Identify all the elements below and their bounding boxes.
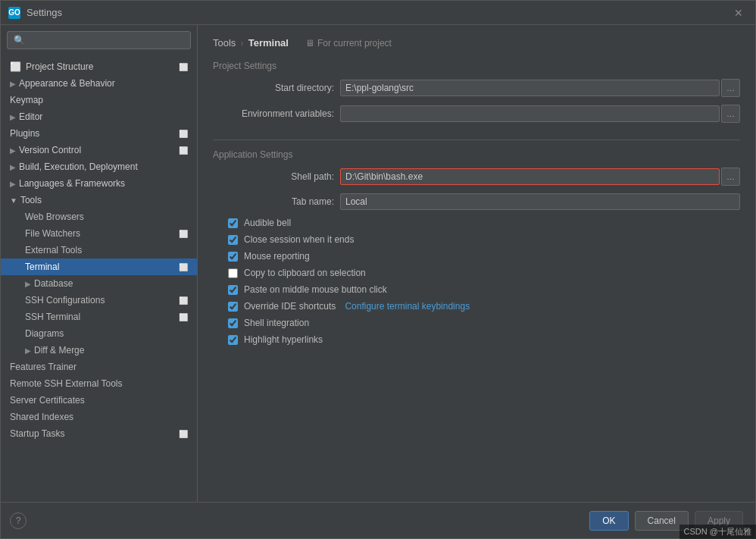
paste-middle-checkbox[interactable] [228, 285, 238, 295]
bottom-bar: ? OK Cancel Apply [1, 502, 755, 538]
ext-icon: ⬜ [179, 230, 188, 238]
start-directory-wrapper: … [340, 79, 740, 97]
title-bar: GO Settings ✕ [1, 1, 755, 25]
divider-1 [213, 139, 740, 140]
arrow-icon: ▶ [25, 280, 31, 288]
highlight-hyperlinks-checkbox[interactable] [228, 335, 238, 345]
sidebar-item-editor[interactable]: ▶ Editor [1, 108, 197, 125]
ext-icon: ⬜ [179, 263, 188, 271]
shell-integration-row: Shell integration [213, 318, 740, 328]
env-vars-label: Environment variables: [213, 108, 334, 119]
breadcrumb: Tools › Terminal 🖥 For current project [213, 37, 740, 49]
mouse-reporting-checkbox[interactable] [228, 252, 238, 262]
sidebar-item-version-control[interactable]: ▶ Version Control ⬜ [1, 142, 197, 158]
application-settings-label: Application Settings [213, 149, 740, 160]
sidebar: ⬜ Project Structure ⬜ ▶ Appearance & Beh… [1, 25, 198, 502]
for-project-indicator: 🖥 For current project [305, 38, 392, 49]
arrow-icon: ▶ [10, 163, 16, 171]
mouse-reporting-label: Mouse reporting [244, 251, 310, 262]
monitor-icon: 🖥 [305, 38, 314, 49]
nav-tree: ⬜ Project Structure ⬜ ▶ Appearance & Beh… [1, 55, 197, 502]
sidebar-item-shared-indexes[interactable]: Shared Indexes [1, 409, 197, 425]
env-vars-browse[interactable]: … [721, 105, 740, 123]
env-vars-input[interactable] [340, 105, 720, 122]
shell-path-browse[interactable]: … [721, 168, 740, 186]
arrow-icon: ▶ [10, 180, 16, 188]
override-ide-row: Override IDE shortcuts Configure termina… [213, 301, 740, 312]
dialog-body: ⬜ Project Structure ⬜ ▶ Appearance & Beh… [1, 25, 755, 502]
sidebar-item-appearance-behavior[interactable]: ▶ Appearance & Behavior [1, 75, 197, 92]
shell-integration-checkbox[interactable] [228, 318, 238, 328]
sidebar-item-diagrams[interactable]: Diagrams [1, 325, 197, 342]
shell-integration-label: Shell integration [244, 318, 309, 328]
ext-icon: ⬜ [179, 146, 188, 155]
highlight-hyperlinks-label: Highlight hyperlinks [244, 334, 323, 345]
start-directory-input[interactable] [340, 80, 720, 96]
mouse-reporting-row: Mouse reporting [213, 251, 740, 262]
sidebar-item-ssh-configurations[interactable]: SSH Configurations ⬜ [1, 292, 197, 309]
ext-icon: ⬜ [179, 130, 188, 138]
tab-name-label: Tab name: [213, 196, 334, 207]
sidebar-item-remote-ssh[interactable]: Remote SSH External Tools [1, 375, 197, 392]
breadcrumb-current: Terminal [248, 37, 289, 49]
app-icon: GO [8, 7, 20, 19]
shell-path-input[interactable] [340, 168, 720, 185]
arrow-icon: ▼ [10, 196, 17, 205]
dialog-title: Settings [27, 7, 729, 18]
sidebar-item-languages-frameworks[interactable]: ▶ Languages & Frameworks [1, 175, 197, 192]
sidebar-item-build-execution[interactable]: ▶ Build, Execution, Deployment [1, 158, 197, 175]
arrow-icon: ▶ [25, 346, 31, 355]
sidebar-item-ssh-terminal[interactable]: SSH Terminal ⬜ [1, 309, 197, 325]
ext-icon: ⬜ [179, 296, 188, 305]
main-content: Tools › Terminal 🖥 For current project P… [198, 25, 755, 502]
arrow-icon: ▶ [10, 146, 16, 155]
sidebar-item-database[interactable]: ▶ Database [1, 275, 197, 292]
ext-icon: ⬜ [179, 313, 188, 321]
sidebar-item-external-tools[interactable]: External Tools [1, 242, 197, 259]
paste-middle-label: Paste on middle mouse button click [244, 284, 387, 295]
sidebar-item-project-structure[interactable]: ⬜ Project Structure ⬜ [1, 58, 197, 75]
configure-keybindings-link[interactable]: Configure terminal keybindings [345, 301, 470, 312]
ok-button[interactable]: OK [589, 511, 628, 531]
override-ide-label: Override IDE shortcuts [244, 301, 336, 312]
shell-path-label: Shell path: [213, 171, 334, 182]
start-directory-browse[interactable]: … [721, 79, 740, 97]
close-session-row: Close session when it ends [213, 234, 740, 245]
close-button[interactable]: ✕ [729, 4, 748, 22]
audible-bell-row: Audible bell [213, 218, 740, 228]
copy-clipboard-checkbox[interactable] [228, 268, 238, 278]
tab-name-input[interactable] [340, 193, 740, 210]
start-directory-label: Start directory: [213, 83, 334, 93]
arrow-icon: ▶ [10, 80, 16, 88]
sidebar-item-keymap[interactable]: Keymap [1, 92, 197, 108]
project-structure-icon: ⬜ [10, 61, 21, 72]
breadcrumb-separator: › [240, 37, 243, 49]
project-settings-label: Project Settings [213, 61, 740, 71]
sidebar-item-diff-merge[interactable]: ▶ Diff & Merge [1, 342, 197, 359]
override-ide-checkbox[interactable] [228, 302, 238, 312]
start-directory-row: Start directory: … [213, 79, 740, 97]
ext-icon: ⬜ [179, 63, 188, 71]
audible-bell-label: Audible bell [244, 218, 291, 228]
sidebar-item-startup-tasks[interactable]: Startup Tasks ⬜ [1, 425, 197, 442]
env-vars-wrapper: … [340, 105, 740, 123]
audible-bell-checkbox[interactable] [228, 218, 238, 228]
sidebar-item-file-watchers[interactable]: File Watchers ⬜ [1, 225, 197, 242]
sidebar-item-server-certificates[interactable]: Server Certificates [1, 392, 197, 409]
settings-dialog: GO Settings ✕ ⬜ Project Structure ⬜ ▶ Ap… [0, 0, 756, 539]
close-session-checkbox[interactable] [228, 235, 238, 245]
search-input[interactable] [14, 35, 184, 45]
watermark: CSDN @十尾仙雅 [679, 525, 756, 539]
copy-clipboard-label: Copy to clipboard on selection [244, 268, 366, 278]
close-session-label: Close session when it ends [244, 234, 354, 245]
sidebar-item-terminal[interactable]: Terminal ⬜ [1, 259, 197, 275]
sidebar-item-features-trainer[interactable]: Features Trainer [1, 359, 197, 375]
search-box[interactable] [7, 31, 191, 49]
sidebar-item-tools[interactable]: ▼ Tools [1, 192, 197, 208]
sidebar-item-web-browsers[interactable]: Web Browsers [1, 208, 197, 225]
sidebar-item-plugins[interactable]: Plugins ⬜ [1, 125, 197, 142]
paste-middle-row: Paste on middle mouse button click [213, 284, 740, 295]
shell-path-wrapper: … [340, 168, 740, 186]
help-button[interactable]: ? [10, 512, 27, 529]
tab-name-row: Tab name: [213, 193, 740, 210]
